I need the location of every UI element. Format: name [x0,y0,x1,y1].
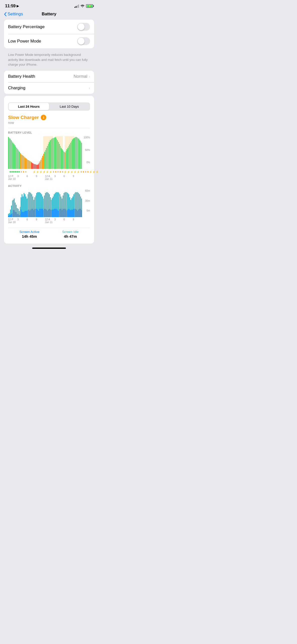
y-label-100: 100% [83,136,90,139]
location-icon: ▶ [17,4,19,8]
battery-chart: 100% 50% 0% [8,136,90,169]
screen-idle-legend: Screen Idle 4h 47m [62,230,79,238]
battery-icon: ⚡ [86,4,93,8]
charging-right: › [89,86,90,90]
screen-idle-value: 4h 47m [64,234,77,238]
activity-y-labels: 60m 30m 0m [85,189,90,212]
y-label-30m: 30m [85,199,90,202]
page-title: Battery [42,12,57,17]
status-time: 11:59 [5,4,16,9]
battery-bars-container [8,136,82,169]
status-bar: 11:59 ▶ ⚡ [0,0,98,10]
low-power-description: Low Power Mode temporarily reduces backg… [4,50,94,71]
battery-health-right: Normal › [74,74,90,79]
content: Battery Percentage Low Power Mode Low Po… [0,20,98,244]
slow-charger-label: Slow Charger [8,115,39,120]
legend-row: Screen Active 14h 45m Screen Idle 4h 47m [8,228,90,239]
battery-health-label: Battery Health [8,74,35,79]
charger-time: now [8,121,90,125]
tab-last-10d[interactable]: Last 10 Days [49,103,90,110]
nav-bar: Settings Battery [0,10,98,20]
chevron-right-icon-2: › [89,86,90,90]
activity-bars-container [8,189,82,217]
charging-label: Charging [8,86,25,91]
battery-percentage-label: Battery Percentage [8,24,45,29]
low-power-mode-toggle[interactable] [77,37,90,45]
activity-bars [8,189,82,217]
battery-health-row[interactable]: Battery Health Normal › [4,71,94,82]
screen-active-value: 14h 45m [22,234,37,238]
status-icons: ⚡ [74,4,93,8]
settings-card: Battery Percentage Low Power Mode [4,20,94,48]
battery-percentage-toggle[interactable] [77,23,90,31]
signal-icon [74,4,79,8]
nav-back-button[interactable]: Settings [4,12,23,17]
home-indicator-bar [32,248,66,249]
info-icon[interactable]: i [41,115,46,120]
y-label-50: 50% [85,149,90,151]
y-label-0m: 0m [87,209,90,212]
slow-charger-row: Slow Charger i [8,115,90,120]
battery-x-labels: 12 PJun 1036912 AJun 11369 [8,175,90,180]
battery-percentage-row[interactable]: Battery Percentage [4,20,94,34]
screen-active-label: Screen Active [19,230,39,234]
activity-x-labels: 12 PJun 1036912 AJun 11369 [8,218,90,224]
home-indicator [0,246,98,250]
wifi-icon [80,5,84,8]
y-label-60m: 60m [85,189,90,192]
screen-idle-label: Screen Idle [62,230,79,234]
battery-health-card: Battery Health Normal › Charging › [4,71,94,94]
chevron-right-icon: › [89,74,90,78]
battery-level-label: BATTERY LEVEL [8,131,90,134]
divider [8,128,90,128]
charging-row[interactable]: Charging › [4,82,94,94]
activity-chart: 60m 30m 0m [8,189,90,217]
low-power-mode-row[interactable]: Low Power Mode [4,34,94,48]
battery-health-value: Normal [74,74,88,79]
chart-card: Last 24 Hours Last 10 Days Slow Charger … [4,96,94,244]
y-label-0: 0% [87,161,90,164]
low-power-mode-label: Low Power Mode [8,39,41,44]
segment-control[interactable]: Last 24 Hours Last 10 Days [8,102,90,111]
battery-y-labels: 100% 50% 0% [83,136,90,164]
charging-icons-row: ⏸⏸⏸⚡⚡⚡⚡⚡⚡⏸⏸⏸⏸⏸⚡⚡⚡⚡⚡⏸⏸⏸⏸⚡⚡⚡⚡⚡ [8,170,90,174]
tab-last-24h[interactable]: Last 24 Hours [9,103,49,110]
battery-bars [8,136,82,169]
activity-label: ACTIVITY [8,184,90,187]
nav-back-label: Settings [8,12,23,17]
screen-active-legend: Screen Active 14h 45m [19,230,39,238]
